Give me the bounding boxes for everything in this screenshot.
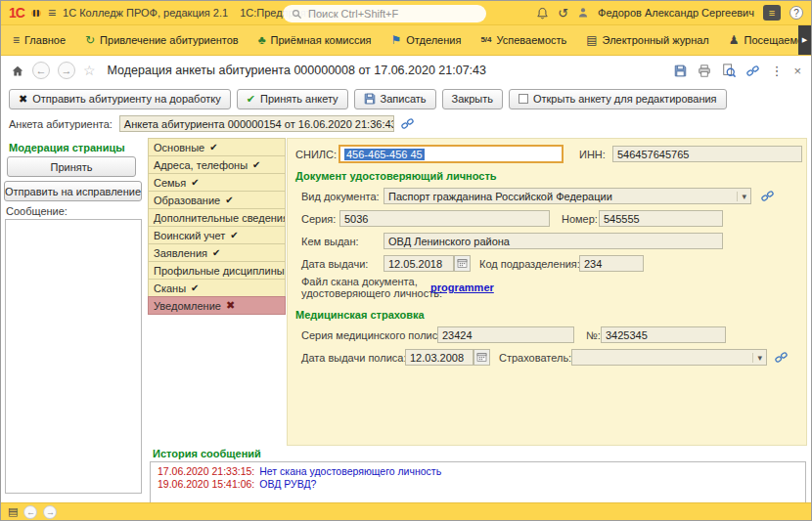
notifications-bell-icon[interactable] <box>536 7 549 20</box>
dropdown-icon[interactable]: ▾ <box>737 192 746 201</box>
save-icon[interactable] <box>674 65 687 77</box>
close-button[interactable]: Закрыть <box>442 89 503 109</box>
admissions-icon: ♣ <box>258 34 266 46</box>
forward-icon[interactable]: → <box>58 62 75 79</box>
menu-item-e-journal[interactable]: ▤ Электронный журнал <box>586 34 708 46</box>
open-for-edit-label: Открыть анкету для редактирования <box>533 93 717 105</box>
close-icon[interactable]: × <box>793 64 801 78</box>
history-time: 17.06.2020 21:33:15: <box>158 465 254 477</box>
back-icon[interactable]: ← <box>32 62 50 79</box>
open-for-edit-button[interactable]: Открыть анкету для редактирования <box>509 89 727 109</box>
tab-label: Основные <box>154 142 204 153</box>
tab-check-icon: ✔ <box>209 142 217 152</box>
menu-item-label: Приёмная комиссия <box>271 34 372 46</box>
history-title: История сообщений <box>153 448 261 459</box>
issue-date-label: Дата выдачи: <box>301 258 368 270</box>
issue-date-input[interactable]: 12.05.2018 <box>383 255 454 272</box>
policy-date-input[interactable]: 12.03.2008 <box>405 349 474 366</box>
bee-icon <box>31 10 41 17</box>
send-fix-button[interactable]: Отправить на исправление <box>4 181 142 201</box>
home-icon[interactable] <box>11 65 24 77</box>
menu-scroll-right[interactable]: ▶ <box>798 25 811 55</box>
user-icon <box>577 7 589 19</box>
preview-icon[interactable] <box>722 64 736 77</box>
menu-item-departments[interactable]: ⚑ Отделения <box>391 34 462 46</box>
link-icon[interactable] <box>746 65 759 77</box>
taskbar-forward-icon[interactable]: → <box>43 505 57 519</box>
issued-by-input[interactable]: ОВД Ленинского района <box>383 233 723 249</box>
open-windows-icon[interactable]: ▤ <box>8 506 18 517</box>
message-textarea[interactable] <box>5 219 142 494</box>
user-name[interactable]: Федоров Александр Сергеевич <box>598 7 754 19</box>
policy-series-input[interactable]: 23424 <box>437 326 574 343</box>
scroll-right-icon: ▶ <box>802 36 807 44</box>
tab-additional-info[interactable]: Дополнительные сведения✔ <box>148 208 286 227</box>
moderation-panel: Модерация страницы Принять Отправить на … <box>1 136 146 502</box>
insurer-select[interactable]: ▾ <box>571 349 767 366</box>
service-menu-icon[interactable]: ≡ <box>763 5 781 21</box>
accept-page-button[interactable]: Принять <box>7 156 136 177</box>
calendar-icon[interactable] <box>454 255 471 272</box>
menu-item-performance[interactable]: 5/4 Успеваемость <box>480 34 566 46</box>
inn-input[interactable]: 546457645765 <box>612 146 802 162</box>
send-back-button[interactable]: ✖ Отправить абитуриенту на доработку <box>9 89 231 109</box>
dept-code-value: 234 <box>584 258 602 270</box>
dept-code-input[interactable]: 234 <box>579 255 644 272</box>
tab-applications[interactable]: Заявления✔ <box>148 243 286 262</box>
applicant-ref-field[interactable]: Анкета абитуриента 000000154 от 16.06.20… <box>119 115 394 132</box>
insurer-label: Страхователь: <box>499 352 571 364</box>
tab-addresses[interactable]: Адреса, телефоны✔ <box>148 155 286 174</box>
tab-label: Дополнительные сведения <box>154 212 286 224</box>
main-section-icon: ≡ <box>13 34 20 46</box>
calendar-icon[interactable] <box>474 349 490 366</box>
tab-main[interactable]: Основные✔ <box>148 138 286 156</box>
help-icon[interactable]: ? <box>789 6 803 20</box>
history-icon[interactable]: ↺ <box>558 7 568 20</box>
search-input[interactable]: Поиск Ctrl+Shift+F <box>283 5 486 22</box>
command-bar: ✖ Отправить абитуриенту на доработку ✔ П… <box>1 85 811 112</box>
history-text: Нет скана удостоверяющего личность <box>259 465 441 477</box>
issue-date-value: 12.05.2018 <box>388 258 442 270</box>
tab-profile-disciplines[interactable]: Профильные дисциплины✔ <box>148 261 286 280</box>
tab-military[interactable]: Воинский учет✔ <box>148 226 286 244</box>
taskbar-back-icon[interactable]: ← <box>23 505 37 519</box>
applicant-ref-value: Анкета абитуриента 000000154 от 16.06.20… <box>124 118 394 130</box>
tab-family[interactable]: Семья✔ <box>148 173 286 192</box>
print-icon[interactable] <box>698 65 711 77</box>
attendance-icon: ♟ <box>729 34 740 46</box>
main-menu-icon[interactable]: ≡ <box>48 5 56 21</box>
tab-scans[interactable]: Сканы✔ <box>148 279 286 297</box>
message-label: Сообщение: <box>6 205 68 217</box>
menu-item-admissions[interactable]: ♣ Приёмная комиссия <box>258 34 372 46</box>
open-doc-type-link-icon[interactable] <box>761 190 774 202</box>
history-message: 17.06.2020 21:33:15:Нет скана удостоверя… <box>158 465 798 478</box>
save-button[interactable]: Записать <box>354 89 436 109</box>
tab-notification[interactable]: Уведомление✖ <box>148 296 286 315</box>
app-title-text: 1С Колледж ПРОФ, редакция 2.1 <box>63 7 228 19</box>
more-icon[interactable]: ⋮ <box>770 64 783 78</box>
send-back-label: Отправить абитуриенту на доработку <box>32 93 221 105</box>
tab-check-icon: ✔ <box>191 177 199 188</box>
issued-by-label: Кем выдан: <box>301 236 359 247</box>
open-insurer-link-icon[interactable] <box>775 351 788 364</box>
accept-form-button[interactable]: ✔ Принять анкету <box>237 89 348 109</box>
scan-file-link[interactable]: programmer <box>430 282 494 293</box>
open-ref-link-icon[interactable] <box>401 117 414 130</box>
tab-check-icon: ✔ <box>191 282 199 293</box>
doc-type-select[interactable]: Паспорт гражданина Российской Федерации … <box>383 188 751 204</box>
history-box[interactable]: 17.06.2020 21:33:15:Нет скана удостоверя… <box>150 461 806 503</box>
favorite-star-icon[interactable]: ☆ <box>83 63 96 78</box>
inn-label: ИНН: <box>579 149 606 160</box>
menu-item-recruitment[interactable]: ↻ Привлечение абитуриентов <box>85 34 239 46</box>
dropdown-icon[interactable]: ▾ <box>752 353 762 363</box>
menu-item-main[interactable]: ≡ Главное <box>13 34 66 46</box>
tab-education[interactable]: Образование✔ <box>148 191 286 209</box>
taskbar: ▤ ← → <box>1 502 811 520</box>
history-message: 19.06.2020 15:41:06:ОВД РУВД? <box>158 478 798 491</box>
policy-no-input[interactable]: 3425345 <box>601 326 726 343</box>
number-input[interactable]: 545555 <box>599 210 723 227</box>
series-input[interactable]: 5036 <box>339 210 550 227</box>
accept-check-icon: ✔ <box>247 93 255 106</box>
snils-input[interactable]: 456-465-456 45 <box>339 146 563 162</box>
topbar-right-cluster: ↺ Федоров Александр Сергеевич ≡ ? <box>536 5 803 21</box>
